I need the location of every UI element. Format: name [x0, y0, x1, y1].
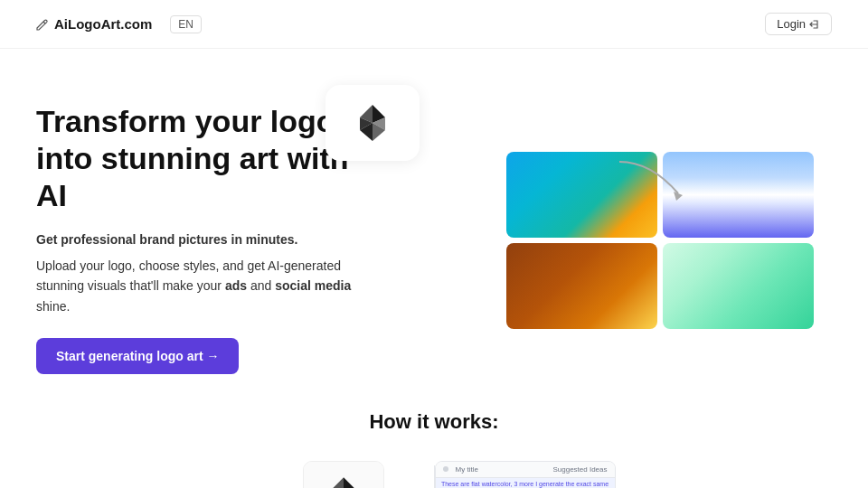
arrow-curve-icon [615, 157, 687, 202]
login-button[interactable]: Login [765, 13, 832, 35]
step-1-icon-box [303, 461, 384, 488]
heading-line2: into stunning art with AI [36, 141, 349, 212]
toolbar-label: My title [456, 465, 478, 474]
toolbar-suggested: Suggested Ideas [552, 465, 607, 474]
how-it-works-steps: My title Suggested Ideas These are flat … [36, 461, 832, 488]
how-it-works-title: How it works: [36, 410, 832, 434]
brand-logo-icon [351, 101, 394, 145]
logo-card [326, 85, 420, 161]
step-1-logo-bg [304, 462, 383, 488]
how-it-works-section: How it works: [0, 392, 868, 488]
sub-ads: ads [225, 278, 247, 293]
sub-heading: Get professional brand pictures in minut… [36, 230, 380, 316]
sub-end: shine. [36, 299, 70, 314]
main-content: Transform your logos into stunning art w… [0, 49, 868, 392]
logo-area: AiLogoArt.com [36, 16, 152, 32]
toolbar-dot [443, 466, 448, 472]
step-1 [289, 461, 398, 488]
canvas-prompt-bar: These are flat watercolor, 3 more I gene… [436, 478, 615, 488]
sub-first: Get professional brand pictures in minut… [36, 230, 380, 249]
login-label: Login [777, 17, 806, 31]
canvas-toolbar: My title Suggested Ideas [436, 462, 615, 478]
step-2-canvas-card: My title Suggested Ideas These are flat … [435, 461, 616, 488]
login-arrow-icon [809, 19, 820, 30]
heading-line1: Transform your logos [36, 104, 353, 138]
language-button[interactable]: EN [170, 15, 202, 33]
example-image-cake [506, 243, 657, 329]
logo-text: AiLogoArt.com [54, 16, 152, 32]
svg-marker-7 [344, 477, 354, 488]
svg-marker-8 [333, 477, 344, 488]
sub-and: and [250, 278, 275, 293]
header: AiLogoArt.com EN Login [0, 0, 868, 49]
hero-right [416, 85, 832, 329]
pencil-icon [36, 18, 49, 31]
sub-social: social media [275, 278, 351, 293]
example-image-flower [663, 243, 814, 329]
step-2: My title Suggested Ideas These are flat … [471, 461, 580, 488]
cta-button[interactable]: Start generating logo art → [36, 338, 239, 374]
step-1-logo-icon [326, 474, 362, 488]
